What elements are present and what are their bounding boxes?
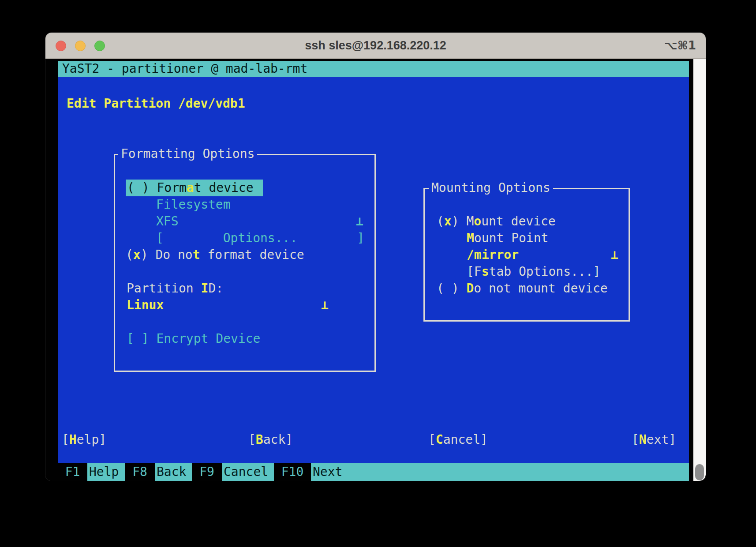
- mount-device-hotkey: o: [474, 214, 481, 229]
- filesystem-combo: XFS: [156, 213, 179, 230]
- scrollbar-thumb[interactable]: [695, 464, 704, 480]
- partition-id-combo-indicator-icon: ⊥: [321, 297, 329, 314]
- mounting-options-group-label: Mounting Options: [429, 180, 553, 196]
- yast-titlebar: YaST2 - partitioner @ mad-lab-rmt: [58, 61, 689, 77]
- do-not-format-selected-mark: x: [133, 247, 141, 262]
- partition-id-hotkey: I: [201, 281, 209, 296]
- page-title: Edit Partition /dev/vdb1: [67, 95, 245, 112]
- mount-point-combo-indicator-icon: ⊥: [611, 247, 618, 263]
- f10-next-label[interactable]: Next: [311, 463, 689, 481]
- filesystem-combo-indicator-icon: ⊥: [356, 213, 363, 230]
- zoom-window-button[interactable]: [94, 41, 105, 51]
- window-title: ssh sles@192.168.220.12: [45, 33, 706, 58]
- do-not-mount-radio[interactable]: ( ) Do not mount device: [437, 280, 608, 297]
- format-device-hotkey: a: [187, 180, 194, 195]
- partition-id-combo[interactable]: Linux: [127, 297, 164, 314]
- terminal-screen: YaST2 - partitioner @ mad-lab-rmt Edit P…: [45, 59, 706, 481]
- filesystem-label: Filesystem: [156, 196, 231, 213]
- f8-key[interactable]: F8: [125, 463, 155, 481]
- f9-key[interactable]: F9: [192, 463, 222, 481]
- window-shortcut-badge: ⌥⌘1: [664, 33, 696, 58]
- window-titlebar[interactable]: ssh sles@192.168.220.12 ⌥⌘1: [45, 33, 706, 59]
- screen: ssh sles@192.168.220.12 ⌥⌘1 YaST2 - part…: [0, 0, 756, 547]
- traffic-lights: [56, 41, 105, 51]
- scrollbar-track[interactable]: [693, 59, 706, 481]
- encrypt-device-checkbox: [ ] Encrypt Device: [127, 330, 260, 347]
- f8-back-label[interactable]: Back: [155, 463, 192, 481]
- minimize-window-button[interactable]: [75, 41, 86, 51]
- cancel-button[interactable]: [Cancel]: [428, 431, 488, 448]
- next-button[interactable]: [Next]: [632, 431, 676, 448]
- f9-cancel-label[interactable]: Cancel: [222, 463, 274, 481]
- mounting-options-group-border: [423, 188, 630, 322]
- f1-key[interactable]: F1: [58, 463, 87, 481]
- f10-key[interactable]: F10: [274, 463, 311, 481]
- do-not-format-radio[interactable]: (x) Do not format device: [126, 247, 304, 263]
- close-window-button[interactable]: [56, 41, 66, 51]
- mount-point-label: Mount Point: [467, 230, 548, 247]
- format-device-radio[interactable]: ( ) Format device: [126, 180, 263, 196]
- terminal-window: ssh sles@192.168.220.12 ⌥⌘1 YaST2 - part…: [45, 33, 706, 481]
- mount-device-selected-mark: x: [444, 214, 452, 229]
- mount-point-combo[interactable]: /mirror: [467, 247, 519, 263]
- fstab-options-hotkey: s: [482, 264, 489, 279]
- f1-help-label[interactable]: Help: [87, 463, 125, 481]
- do-not-format-hotkey: t: [193, 247, 200, 262]
- formatting-options-group-label: Formatting Options: [118, 146, 257, 162]
- help-button[interactable]: [Help]: [62, 431, 106, 448]
- do-not-mount-hotkey: D: [466, 281, 474, 296]
- mount-device-radio[interactable]: (x) Mount device: [437, 213, 556, 230]
- function-key-bar: F1 Help F8 Back F9 Cancel F10 Next: [58, 463, 689, 481]
- fstab-options-button[interactable]: [Fstab Options...]: [467, 263, 600, 280]
- back-button[interactable]: [Back]: [248, 431, 293, 448]
- mount-point-hotkey: M: [467, 231, 474, 245]
- format-options-button: [ Options... ]: [156, 230, 364, 247]
- partition-id-label: Partition ID:: [127, 280, 223, 297]
